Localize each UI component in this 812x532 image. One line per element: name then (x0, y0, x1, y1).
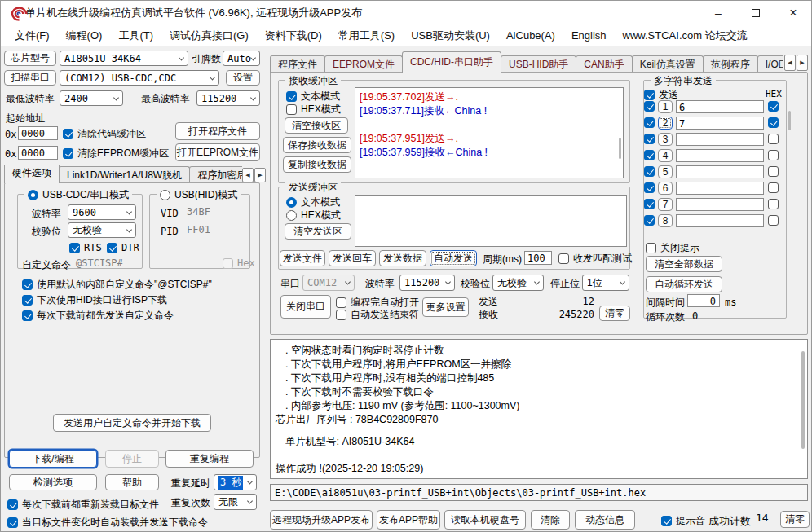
rts-checkbox[interactable]: RTS (69, 242, 102, 253)
main-tabs-scroll-right[interactable]: ▶ (797, 55, 808, 71)
tab-keil-sim-settings[interactable]: Keil仿真设置 (632, 55, 704, 73)
send-custom-cmd-download-button[interactable]: 发送用户自定义命令并开始下载 (53, 414, 211, 432)
menu-english[interactable]: English (564, 27, 614, 44)
tab-program-encrypt[interactable]: 程序加密后 (189, 166, 242, 183)
hw-baud-select[interactable]: 9600 (68, 204, 136, 220)
multi-row-number-button[interactable]: 5 (658, 165, 673, 178)
read-disk-id-button[interactable]: 读取本机硬盘号 (444, 510, 526, 530)
left-tabs-scroll-right[interactable]: ▶ (254, 168, 266, 182)
clear-receive-button[interactable]: 清空接收区 (285, 117, 348, 134)
multi-row-input[interactable] (676, 198, 764, 211)
menu-program[interactable]: 编程(O) (59, 26, 110, 46)
menu-usb-driver[interactable]: USB驱动安装(U) (404, 26, 497, 46)
port-settings-button[interactable]: 设置 (226, 70, 260, 86)
multi-row-number-button[interactable]: 8 (658, 214, 673, 227)
download-program-button[interactable]: 下载/编程 (9, 450, 97, 468)
max-baud-select[interactable]: 115200 (196, 90, 260, 106)
tab-cdc-hid-serial-helper[interactable]: CDC/HID-串口助手 (402, 51, 501, 73)
multi-row-checkbox[interactable] (644, 134, 655, 144)
multi-row-hex-checkbox[interactable] (768, 215, 779, 226)
multi-row-input[interactable] (676, 182, 764, 195)
repeat-delay-select[interactable]: 3 秒 (214, 474, 257, 490)
multi-row-number-button[interactable]: 6 (658, 182, 673, 195)
multi-row-number-button[interactable]: 1 (658, 100, 673, 113)
send-file-button[interactable]: 发送文件 (280, 250, 325, 266)
multi-row-checkbox[interactable] (644, 215, 655, 226)
multi-row-hex-checkbox[interactable] (768, 150, 779, 160)
tab-can-helper[interactable]: CAN助手 (576, 55, 632, 73)
clear-code-buffer-checkbox[interactable]: 清除代码缓冲区 (63, 127, 146, 141)
usb-hid-mode-radio[interactable]: USB(HID)模式 (157, 188, 241, 202)
repeat-count-select[interactable]: 无限 (214, 494, 257, 510)
multi-row-checkbox[interactable] (644, 117, 655, 128)
tab-eeprom-file[interactable]: EEPROM文件 (324, 55, 403, 73)
send-data-button[interactable]: 发送数据 (379, 250, 426, 266)
multi-row-number-button[interactable]: 4 (658, 149, 673, 162)
multi-row-input[interactable]: 6 (676, 100, 764, 113)
menu-forum-link[interactable]: www.STCAI.com 论坛交流 (616, 26, 755, 46)
multi-row-number-button[interactable]: 3 (658, 133, 673, 146)
multi-row-hex-checkbox[interactable] (768, 101, 779, 112)
tab-io-config-tool[interactable]: I/O口配置工具 (757, 55, 783, 73)
start-address-code-input[interactable]: 0000 (18, 126, 58, 140)
send-hex-mode-radio[interactable]: HEX模式 (286, 209, 341, 222)
beep-checkbox[interactable]: 提示音 (661, 514, 705, 528)
helper-baud-select[interactable]: 115200 (399, 275, 455, 291)
cycle-input[interactable]: 100 (524, 251, 552, 265)
repeat-program-button[interactable]: 重复编程 (165, 450, 254, 468)
check-options-button[interactable]: 检测选项 (9, 474, 97, 490)
reload-target-checkbox[interactable]: 每次下载前都重新装载目标文件 (7, 498, 159, 512)
tab-offline-download[interactable]: Link1D/Writer1A/U8W脱机 (59, 166, 190, 183)
multi-row-input[interactable]: 7 (676, 117, 764, 130)
multi-row-hex-checkbox[interactable] (768, 117, 779, 128)
status-log[interactable]: . 空闲状态时看门狗定时器停止计数 . 下次下载用户程序时,将用户EEPROM区… (270, 339, 808, 479)
multi-row-checkbox[interactable] (644, 182, 655, 193)
serial-port-select[interactable]: (COM12) USB-CDC,CDC (60, 70, 219, 86)
match-test-checkbox[interactable]: 收发匹配测试 (558, 252, 632, 266)
dtr-checkbox[interactable]: DTR (107, 242, 139, 253)
multi-row-input[interactable] (676, 149, 764, 162)
custom-cmd-hex-checkbox[interactable]: Hex (223, 257, 255, 269)
multi-row-checkbox[interactable] (644, 166, 655, 177)
close-port-button[interactable]: 关闭串口 (280, 295, 331, 319)
interval-input[interactable]: 0 (687, 294, 720, 307)
tab-program-file[interactable]: 程序文件 (270, 55, 325, 73)
receive-buffer-textarea[interactable]: [19:05:37.702]发送→. [19:05:37.711]接收←Chin… (355, 87, 624, 178)
main-tabs-scroll-left[interactable]: ◀ (784, 55, 796, 71)
minimize-button[interactable]: – (699, 1, 737, 25)
multi-row-hex-checkbox[interactable] (768, 166, 779, 177)
auto-send-terminator-checkbox[interactable]: 自动发送结束符 (336, 308, 419, 322)
reset-success-count-button[interactable]: 清零 (780, 511, 810, 528)
usb-cdc-mode-radio[interactable]: USB-CDC/串口模式 (24, 188, 132, 202)
auto-cycle-send-button[interactable]: 自动循环发送 (646, 276, 722, 292)
save-receive-button[interactable]: 保存接收数据 (283, 137, 351, 153)
stop-button[interactable]: 停止 (105, 450, 159, 468)
multi-row-hex-checkbox[interactable] (768, 182, 779, 193)
recv-text-mode-checkbox[interactable]: 文本模式 (286, 90, 340, 103)
recv-hex-mode-checkbox[interactable]: HEX模式 (286, 103, 341, 117)
clear-button[interactable]: 清除 (531, 510, 570, 530)
use-hid-next-checkbox[interactable]: 下次使用HID接口进行ISP下载 (22, 293, 167, 307)
scan-port-button[interactable]: 扫描串口 (4, 70, 56, 86)
multi-row-input[interactable] (676, 214, 764, 227)
start-address-eeprom-input[interactable]: 0000 (18, 146, 58, 160)
help-button[interactable]: 帮助 (105, 474, 159, 490)
log-scrollbar[interactable] (801, 351, 805, 449)
helper-port-select[interactable]: COM12 (302, 275, 355, 291)
multi-row-number-button[interactable]: 2 (658, 117, 673, 130)
clear-send-button[interactable]: 清空发送区 (285, 223, 351, 240)
close-tip-checkbox[interactable]: 关闭提示 (646, 241, 699, 255)
tab-usb-hid-helper[interactable]: USB-HID助手 (501, 55, 576, 73)
multi-row-checkbox[interactable] (644, 101, 655, 112)
dynamic-info-button[interactable]: 动态信息 (575, 510, 635, 530)
multi-row-input[interactable] (676, 133, 764, 146)
min-baud-select[interactable]: 2400 (60, 90, 123, 106)
autoload-on-change-checkbox[interactable]: 当目标文件变化时自动装载并发送下载命令 (7, 516, 208, 530)
use-default-cmd-checkbox[interactable]: 使用默认的内部自定义命令"@STCISP#" (22, 278, 212, 292)
publish-app-help-button[interactable]: 发布APP帮助 (377, 510, 440, 530)
multi-row-hex-checkbox[interactable] (768, 199, 779, 209)
multi-row-number-button[interactable]: 7 (658, 198, 673, 211)
menu-common-tools[interactable]: 常用工具(S) (331, 26, 402, 46)
menu-file[interactable]: 文件(F) (7, 26, 57, 46)
menu-downloads[interactable]: 资料下载(D) (258, 26, 329, 46)
